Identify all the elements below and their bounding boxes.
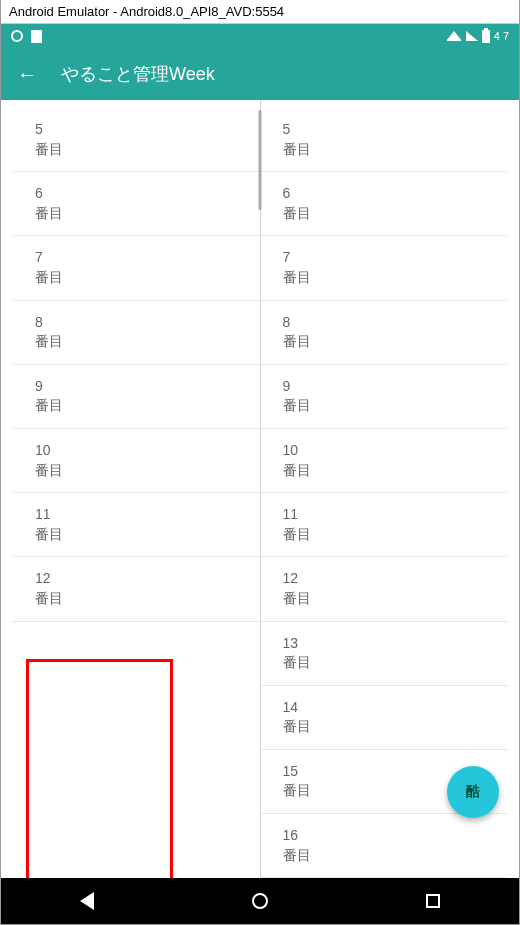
list-item-number: 8 — [35, 313, 238, 333]
app-bar: ← やること管理Week — [1, 48, 519, 100]
list-item-suffix: 番目 — [283, 461, 486, 481]
list-item[interactable]: 5番目 — [261, 108, 508, 172]
list-item-number: 6 — [283, 184, 486, 204]
scrollbar[interactable] — [259, 110, 262, 868]
android-status-bar: 4 7 — [1, 24, 519, 48]
nav-back-icon[interactable] — [80, 892, 94, 910]
list-item-suffix: 番目 — [35, 268, 238, 288]
list-item-suffix: 番目 — [35, 204, 238, 224]
list-item-suffix: 番目 — [283, 140, 486, 160]
list-item[interactable]: 9番目 — [13, 365, 260, 429]
list-item[interactable]: 12番目 — [261, 557, 508, 621]
list-item-number: 5 — [283, 120, 486, 140]
list-item[interactable]: 16番目 — [261, 814, 508, 878]
list-item-suffix: 番目 — [35, 525, 238, 545]
list-item-number: 7 — [283, 248, 486, 268]
right-list[interactable]: 5番目6番目7番目8番目9番目10番目11番目12番目13番目14番目15番目1… — [261, 100, 508, 878]
signal-icon — [466, 31, 478, 41]
list-item-suffix: 番目 — [283, 589, 486, 609]
app-title: やること管理Week — [61, 62, 215, 86]
status-sim-icon — [31, 30, 42, 43]
list-item-number: 16 — [283, 826, 486, 846]
list-item-suffix: 番目 — [283, 846, 486, 866]
list-item[interactable]: 11番目 — [261, 493, 508, 557]
fab-button[interactable]: 酷 — [447, 766, 499, 818]
list-item[interactable]: 10番目 — [13, 429, 260, 493]
emulator-window-title: Android Emulator - Android8.0_API8_AVD:5… — [1, 0, 519, 24]
list-item-suffix: 番目 — [283, 653, 486, 673]
list-item-suffix: 番目 — [35, 461, 238, 481]
list-item-number: 9 — [35, 377, 238, 397]
list-item-number: 8 — [283, 313, 486, 333]
list-item-number: 14 — [283, 698, 486, 718]
list-item[interactable]: 8番目 — [13, 301, 260, 365]
back-arrow-icon[interactable]: ← — [17, 63, 37, 86]
list-item-suffix: 番目 — [283, 268, 486, 288]
scrollbar-thumb[interactable] — [259, 110, 262, 210]
list-item-number: 7 — [35, 248, 238, 268]
list-item-suffix: 番目 — [35, 396, 238, 416]
list-item-number: 10 — [35, 441, 238, 461]
list-item-number: 12 — [35, 569, 238, 589]
list-item[interactable]: 13番目 — [261, 622, 508, 686]
list-item-suffix: 番目 — [283, 717, 486, 737]
list-item-number: 12 — [283, 569, 486, 589]
list-item[interactable]: 7番目 — [261, 236, 508, 300]
list-item-suffix: 番目 — [283, 204, 486, 224]
list-item-suffix: 番目 — [35, 589, 238, 609]
android-nav-bar — [1, 878, 519, 924]
wifi-icon — [446, 31, 462, 41]
list-item[interactable]: 14番目 — [261, 686, 508, 750]
list-item-number: 11 — [35, 505, 238, 525]
list-item[interactable]: 12番目 — [13, 557, 260, 621]
main-content: 5番目6番目7番目8番目9番目10番目11番目12番目 5番目6番目7番目8番目… — [1, 100, 519, 878]
battery-icon — [482, 30, 490, 43]
list-item[interactable]: 8番目 — [261, 301, 508, 365]
list-item[interactable]: 11番目 — [13, 493, 260, 557]
list-item[interactable]: 6番目 — [13, 172, 260, 236]
list-item-number: 6 — [35, 184, 238, 204]
list-item-suffix: 番目 — [35, 332, 238, 352]
left-list[interactable]: 5番目6番目7番目8番目9番目10番目11番目12番目 — [13, 100, 261, 878]
list-item-suffix: 番目 — [283, 332, 486, 352]
status-circle-icon — [11, 30, 23, 42]
list-item[interactable]: 9番目 — [261, 365, 508, 429]
list-item[interactable]: 10番目 — [261, 429, 508, 493]
nav-home-icon[interactable] — [252, 893, 268, 909]
list-item-number: 9 — [283, 377, 486, 397]
list-item[interactable]: 6番目 — [261, 172, 508, 236]
list-item-number: 13 — [283, 634, 486, 654]
list-item-suffix: 番目 — [35, 140, 238, 160]
status-time: 4 7 — [494, 30, 509, 42]
list-item-suffix: 番目 — [283, 396, 486, 416]
list-item-number: 5 — [35, 120, 238, 140]
nav-recent-icon[interactable] — [426, 894, 440, 908]
list-item-number: 11 — [283, 505, 486, 525]
list-item-suffix: 番目 — [283, 525, 486, 545]
list-item[interactable]: 5番目 — [13, 108, 260, 172]
list-item[interactable]: 7番目 — [13, 236, 260, 300]
list-item-number: 10 — [283, 441, 486, 461]
